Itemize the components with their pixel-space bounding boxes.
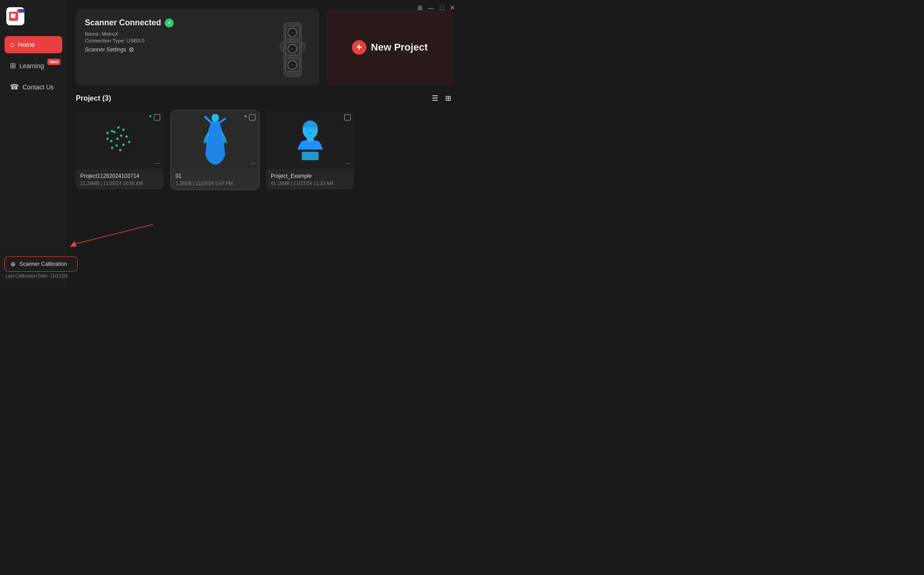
connected-indicator: ✓ bbox=[165, 19, 174, 28]
thumb-checkbox-1[interactable] bbox=[249, 114, 255, 121]
scanner-settings-btn[interactable]: Scanner Settings ⚙ bbox=[85, 46, 174, 53]
thumb-checkbox-0[interactable] bbox=[154, 114, 160, 121]
calibration-date: Last Calibration Date: 11/11/24 bbox=[5, 274, 95, 278]
nav-contact[interactable]: ☎ Contact Us bbox=[5, 78, 62, 96]
titlebar: ⊞ — □ ✕ bbox=[411, 0, 462, 15]
thumb-checkbox-2[interactable] bbox=[344, 114, 351, 121]
close-button[interactable]: ✕ bbox=[448, 4, 457, 12]
svg-point-9 bbox=[291, 32, 293, 33]
list-view-btn[interactable]: ☰ bbox=[430, 93, 440, 103]
home-icon: ⌂ bbox=[10, 41, 14, 49]
svg-point-24 bbox=[306, 127, 309, 130]
projects-title: Project (3) bbox=[76, 94, 111, 102]
app-logo bbox=[6, 7, 24, 25]
learning-icon: ⊞ bbox=[10, 61, 16, 70]
new-project-card[interactable]: + New Project bbox=[327, 9, 453, 86]
nav-home-label: Home bbox=[18, 41, 35, 48]
scanner-title: Scanner Connected ✓ bbox=[85, 18, 174, 28]
top-row: Scanner Connected ✓ Name: MetroX Connect… bbox=[76, 9, 453, 86]
svg-rect-2 bbox=[10, 13, 16, 19]
minimize-button[interactable]: — bbox=[427, 4, 435, 12]
grid-view-btn[interactable]: ⊞ bbox=[444, 93, 453, 103]
scanner-card: Scanner Connected ✓ Name: MetroX Connect… bbox=[76, 9, 319, 86]
new-project-button[interactable]: + New Project bbox=[352, 40, 428, 55]
figure-svg bbox=[202, 114, 229, 166]
calibration-icon: ⊕ bbox=[10, 260, 16, 268]
svg-rect-21 bbox=[302, 152, 319, 160]
svg-point-17 bbox=[291, 64, 293, 66]
project-card-1[interactable]: ■ bbox=[171, 111, 259, 190]
project-info-2: 41.18MB | 11/27/24 11:33 AM bbox=[271, 181, 350, 186]
calibration-label: Scanner Calibration bbox=[19, 261, 67, 267]
scanner-name: Name: MetroX bbox=[85, 31, 174, 37]
maximize-button[interactable]: □ bbox=[438, 4, 446, 12]
svg-point-20 bbox=[212, 114, 219, 122]
view-toggle: ☰ ⊞ bbox=[430, 93, 453, 103]
svg-rect-4 bbox=[19, 9, 24, 13]
svg-rect-19 bbox=[301, 43, 305, 51]
nav-contact-label: Contact Us bbox=[23, 83, 54, 91]
project-meta-1: 01 1.38GB | 11/27/24 5:47 PM bbox=[171, 169, 259, 190]
scanner-settings-label: Scanner Settings bbox=[85, 46, 126, 53]
project-card-2[interactable]: ··· Project_Example 41.18MB | 11/27/24 1… bbox=[266, 111, 354, 190]
thumb-dot-1: ■ bbox=[245, 114, 248, 118]
nav-home[interactable]: ⌂ Home bbox=[5, 36, 62, 53]
project-thumb-1: ■ bbox=[171, 111, 259, 169]
app-layout: ⌂ Home ⊞ Learning New ☎ Contact Us Scann… bbox=[0, 0, 462, 288]
new-project-label: New Project bbox=[371, 42, 428, 53]
main-content: Scanner Connected ✓ Name: MetroX Connect… bbox=[67, 0, 462, 288]
scanner-connection: Connection Type: USB3.0 bbox=[85, 38, 174, 43]
project-info-0: 12.28MB | 11/28/24 10:50 AM bbox=[80, 181, 159, 186]
project-menu-2[interactable]: ··· bbox=[345, 159, 351, 167]
new-badge: New bbox=[47, 59, 60, 65]
svg-rect-18 bbox=[280, 43, 284, 51]
settings-icon[interactable]: ⊞ bbox=[416, 4, 424, 12]
projects-grid: ■ bbox=[76, 111, 453, 190]
svg-point-25 bbox=[312, 127, 314, 130]
project-info-1: 1.38GB | 11/27/24 5:47 PM bbox=[176, 181, 254, 186]
scanner-image bbox=[274, 18, 310, 81]
project-meta-0: Project11282024103714 12.28MB | 11/28/24… bbox=[76, 169, 164, 190]
sidebar: ⌂ Home ⊞ Learning New ☎ Contact Us bbox=[0, 0, 67, 288]
project-menu-0[interactable]: ··· bbox=[155, 159, 160, 167]
svg-point-13 bbox=[291, 48, 293, 50]
plus-icon: + bbox=[352, 40, 366, 55]
project-name-2: Project_Example bbox=[271, 173, 350, 179]
dots-scatter bbox=[97, 122, 143, 158]
contact-icon: ☎ bbox=[10, 83, 19, 91]
projects-header: Project (3) ☰ ⊞ bbox=[76, 93, 453, 103]
project-menu-1[interactable]: ··· bbox=[250, 159, 255, 167]
nav-learning[interactable]: ⊞ Learning New bbox=[5, 57, 62, 74]
calibration-box[interactable]: ⊕ Scanner Calibration bbox=[5, 256, 78, 272]
project-thumb-0: ■ bbox=[76, 111, 164, 169]
thumb-dot-0: ■ bbox=[149, 114, 153, 118]
gear-icon: ⚙ bbox=[129, 46, 134, 53]
scanner-info: Scanner Connected ✓ Name: MetroX Connect… bbox=[85, 18, 174, 53]
project-card-0[interactable]: ■ bbox=[76, 111, 164, 190]
bust-svg bbox=[293, 116, 327, 164]
figure-3d bbox=[199, 115, 231, 165]
project-name-0: Project11282024103714 bbox=[80, 173, 159, 179]
bust-3d bbox=[293, 117, 327, 162]
project-meta-2: Project_Example 41.18MB | 11/27/24 11:33… bbox=[266, 169, 354, 190]
bottom-section: ⊕ Scanner Calibration Last Calibration D… bbox=[5, 256, 95, 278]
project-name-1: 01 bbox=[176, 173, 254, 179]
scanner-device-svg bbox=[276, 18, 310, 81]
logo-area bbox=[5, 7, 62, 25]
project-thumb-2: ··· bbox=[266, 111, 354, 169]
nav-learning-label: Learning bbox=[19, 62, 44, 70]
